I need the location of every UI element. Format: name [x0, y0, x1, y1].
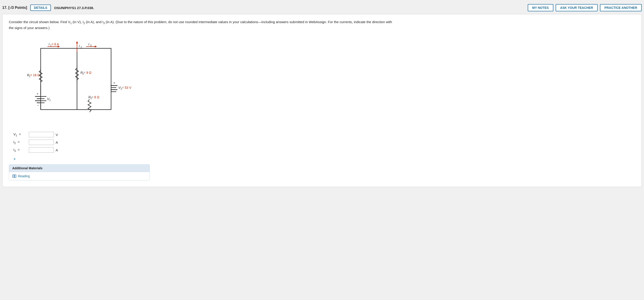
i2-input[interactable]	[29, 140, 54, 145]
problem-description: Consider the circuit shown below. Find V…	[9, 19, 395, 31]
i2-label: I2 =	[14, 140, 27, 145]
additional-materials-body: Reading	[9, 172, 150, 180]
reading-label: Reading	[18, 174, 30, 178]
svg-text:2: 2	[81, 46, 82, 48]
i3-row: I3 = A	[14, 147, 635, 153]
expand-button[interactable]: +	[14, 157, 635, 162]
svg-text:−: −	[37, 103, 39, 107]
svg-text:+: +	[113, 81, 115, 85]
circuit-svg: I 1 = 6 A I 2 I 3	[22, 35, 140, 125]
v1-unit: V	[56, 133, 58, 137]
svg-text:1: 1	[49, 99, 51, 101]
svg-text:= 18 Ω: = 18 Ω	[30, 73, 40, 77]
svg-rect-51	[14, 175, 16, 177]
svg-marker-12	[95, 46, 97, 47]
i2-unit: A	[56, 140, 58, 144]
ask-teacher-button[interactable]: ASK YOUR TEACHER	[556, 4, 598, 11]
my-notes-button[interactable]: MY NOTES	[528, 4, 553, 11]
i3-unit: A	[56, 148, 58, 152]
svg-text:= 53 V: = 53 V	[122, 86, 132, 89]
problem-number: 17. [-/3 Points]	[2, 6, 27, 10]
svg-text:I: I	[88, 42, 89, 46]
svg-text:3: 3	[90, 44, 92, 47]
svg-text:= 8 Ω: = 8 Ω	[92, 95, 99, 99]
svg-text:+: +	[36, 92, 38, 95]
answer-rows: V1 = V I2 = A I3 = A	[14, 132, 635, 153]
i3-input[interactable]	[29, 147, 54, 153]
svg-marker-8	[76, 41, 78, 43]
svg-text:I: I	[48, 42, 50, 46]
details-button[interactable]: DETAILS	[30, 4, 51, 11]
additional-materials: Additional Materials Reading	[9, 164, 150, 180]
additional-materials-header: Additional Materials	[9, 165, 150, 172]
circuit-diagram: I 1 = 6 A I 2 I 3	[22, 35, 635, 125]
svg-rect-0	[41, 48, 111, 110]
svg-text:I: I	[79, 44, 80, 48]
svg-rect-50	[12, 175, 14, 177]
i3-label: I3 =	[14, 148, 27, 152]
practice-another-button[interactable]: PRACTICE ANOTHER	[600, 4, 642, 11]
svg-text:= 9 Ω: = 9 Ω	[84, 71, 91, 74]
v1-row: V1 = V	[14, 132, 635, 137]
book-icon	[12, 175, 16, 178]
svg-text:= 6 A: = 6 A	[52, 42, 59, 46]
i2-row: I2 = A	[14, 140, 635, 145]
reading-link[interactable]: Reading	[12, 174, 146, 178]
v1-input[interactable]	[29, 132, 54, 137]
v1-label: V1 =	[14, 132, 27, 137]
problem-id: OSUNIPHYS1 27.3.P.038.	[54, 6, 94, 10]
main-content: Consider the circuit shown below. Find V…	[2, 14, 642, 187]
